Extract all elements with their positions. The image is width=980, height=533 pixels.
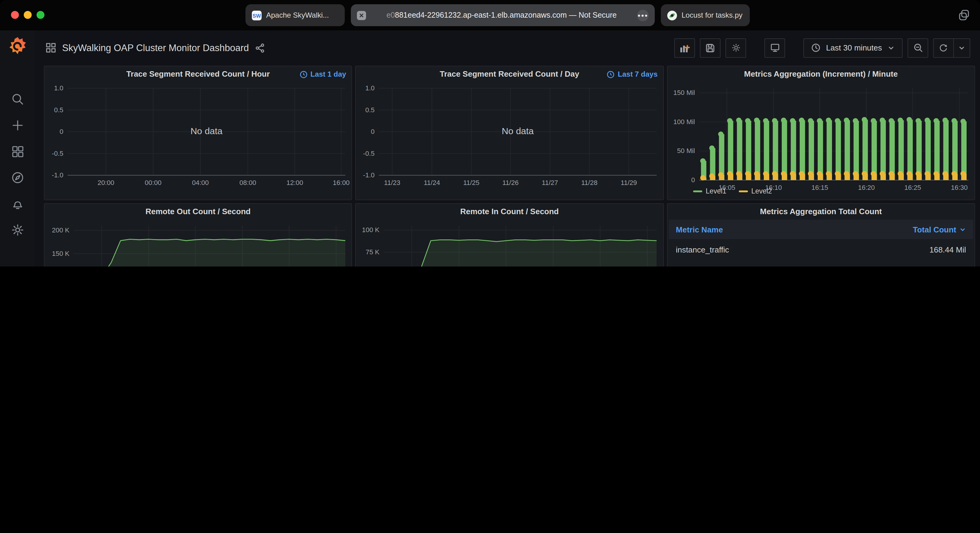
svg-text:SW: SW <box>253 13 261 19</box>
tab-bar: SW Apache SkyWalki... ✕ e0881eed4-229612… <box>245 4 750 26</box>
panel-title[interactable]: Metrics Aggregation Total Count <box>667 204 975 220</box>
refresh-button[interactable] <box>934 39 953 57</box>
svg-text:11/27: 11/27 <box>542 179 558 187</box>
svg-text:0.5: 0.5 <box>366 106 375 114</box>
legend-item[interactable]: Level1 <box>693 186 726 196</box>
svg-text:100 K: 100 K <box>362 226 380 234</box>
time-override-badge[interactable]: Last 1 day <box>299 66 346 82</box>
svg-text:-1.0: -1.0 <box>363 171 375 179</box>
dashboard-title[interactable]: SkyWalking OAP Cluster Monitor Dashboard <box>62 42 249 53</box>
svg-text:-0.5: -0.5 <box>52 150 64 157</box>
time-range-picker[interactable]: Last 30 minutes <box>803 38 903 57</box>
panel-trace-segment-hour: Trace Segment Received Count / Hour Last… <box>44 66 352 200</box>
create-plus-icon[interactable] <box>10 117 25 133</box>
column-header-total-count[interactable]: Total Count <box>913 225 966 234</box>
panel-title[interactable]: Remote In Count / Second <box>356 204 663 220</box>
svg-text:1.0: 1.0 <box>366 84 375 92</box>
svg-text:1.0: 1.0 <box>54 84 64 92</box>
save-dashboard-button[interactable] <box>700 38 721 57</box>
svg-text:-1.0: -1.0 <box>52 171 64 179</box>
svg-text:No data: No data <box>190 126 222 136</box>
close-tab-icon[interactable]: ✕ <box>357 11 366 20</box>
svg-text:11/29: 11/29 <box>621 179 637 187</box>
svg-text:11/23: 11/23 <box>384 179 401 187</box>
svg-text:150 K: 150 K <box>52 250 70 257</box>
panel-title[interactable]: Metrics Aggregation (Increment) / Minute <box>667 66 975 82</box>
metric-name-cell: instance_traffic <box>676 246 729 255</box>
svg-text:50 Mil: 50 Mil <box>677 147 695 155</box>
configuration-gear-icon[interactable] <box>10 222 25 238</box>
clock-icon <box>811 43 821 52</box>
tab-more-icon[interactable]: ●●● <box>637 10 649 21</box>
chart-trace-segment-hour[interactable]: 20:0000:0004:0008:0012:0016:001.00.50-0.… <box>45 82 352 200</box>
clock-icon <box>299 70 307 78</box>
legend-item[interactable]: Level2 <box>738 186 772 196</box>
time-range-label: Last 30 minutes <box>826 43 882 52</box>
panel-title[interactable]: Remote Out Count / Second <box>45 204 352 220</box>
browser-tab-active[interactable]: ✕ e0881eed4-22961232.ap-east-1.elb.amazo… <box>351 4 655 26</box>
svg-text:00:00: 00:00 <box>145 179 161 187</box>
svg-text:04:00: 04:00 <box>192 179 208 187</box>
dashboard-settings-gear-icon[interactable] <box>725 38 746 57</box>
refresh-interval-dropdown[interactable] <box>953 39 970 57</box>
svg-text:150 Mil: 150 Mil <box>673 89 695 97</box>
svg-text:0.5: 0.5 <box>54 106 64 114</box>
browser-tab-skywalking[interactable]: SW Apache SkyWalki... <box>245 4 345 26</box>
dashboards-icon[interactable] <box>10 144 25 159</box>
grafana-app: ? SkyWalking OAP Cluster Monitor Dashboa… <box>0 30 980 266</box>
zoom-out-button[interactable] <box>907 38 928 57</box>
search-icon[interactable] <box>10 91 25 107</box>
column-header-metric-name[interactable]: Metric Name <box>676 225 723 234</box>
table-row: instance_traffic168.44 Mil <box>668 239 973 261</box>
close-window-button[interactable] <box>11 11 19 19</box>
dashboard-toolbar: Last 30 minutes <box>674 38 970 57</box>
tab-label: Locust for tasks.py <box>682 11 743 19</box>
metrics-total-count-table: Metric NameTotal Count instance_traffic1… <box>667 220 975 266</box>
tab-overview-icon[interactable] <box>957 8 972 22</box>
svg-text:75 K: 75 K <box>366 248 380 256</box>
cycle-view-monitor-icon[interactable] <box>764 38 785 57</box>
panel-trace-segment-day: Trace Segment Received Count / Day Last … <box>355 66 664 200</box>
apps-grid-icon[interactable] <box>46 43 56 53</box>
explore-compass-icon[interactable] <box>10 170 25 186</box>
alerting-bell-icon[interactable] <box>10 196 25 212</box>
chart-trace-segment-day[interactable]: 11/2311/2411/2511/2611/2711/2811/291.00.… <box>356 82 663 200</box>
total-count-cell: 168.44 Mil <box>929 246 966 255</box>
tab-url: e0881eed4-22961232.ap-east-1.elb.amazona… <box>370 11 633 19</box>
svg-text:11/28: 11/28 <box>581 179 598 187</box>
grafana-logo[interactable] <box>6 35 28 57</box>
sort-chevron-down-icon <box>959 226 966 233</box>
dashboard-header: SkyWalking OAP Cluster Monitor Dashboard… <box>35 30 980 65</box>
legend-color-dash <box>693 190 702 192</box>
panel-grid: Trace Segment Received Count / Hour Last… <box>35 65 980 266</box>
browser-chrome: SW Apache SkyWalki... ✕ e0881eed4-229612… <box>0 0 980 30</box>
skywalking-favicon: SW <box>251 10 262 21</box>
fullscreen-window-button[interactable] <box>37 11 45 19</box>
svg-text:No data: No data <box>502 126 534 136</box>
panel-metrics-aggregation: Metrics Aggregation (Increment) / Minute… <box>667 66 975 200</box>
svg-text:12:00: 12:00 <box>286 179 303 187</box>
table-header: Metric NameTotal Count <box>668 220 973 239</box>
dashboard-main: SkyWalking OAP Cluster Monitor Dashboard… <box>35 30 980 266</box>
minimize-window-button[interactable] <box>24 11 32 19</box>
svg-text:0: 0 <box>371 128 375 135</box>
svg-text:11/24: 11/24 <box>424 179 440 187</box>
chart-remote-out[interactable]: 16:0516:1016:1516:2016:2516:30050 K100 K… <box>45 220 352 266</box>
time-override-badge[interactable]: Last 7 days <box>607 66 658 82</box>
chart-legend: Level1Level2 <box>667 185 975 200</box>
locust-favicon <box>667 10 677 21</box>
svg-text:-0.5: -0.5 <box>363 150 375 157</box>
share-icon[interactable] <box>255 43 265 52</box>
svg-text:200 K: 200 K <box>52 226 70 234</box>
add-panel-button[interactable] <box>674 38 695 57</box>
chart-remote-in[interactable]: 16:0516:1016:1516:2016:2516:30025 K50 K7… <box>356 220 663 266</box>
svg-text:11/26: 11/26 <box>503 179 519 187</box>
panel-remote-in: Remote In Count / Second 16:0516:1016:15… <box>355 203 664 266</box>
svg-text:16:00: 16:00 <box>333 179 350 187</box>
svg-text:08:00: 08:00 <box>239 179 256 187</box>
svg-text:0: 0 <box>691 176 695 184</box>
macos-browser-window: SW Apache SkyWalki... ✕ e0881eed4-229612… <box>0 0 980 266</box>
browser-tab-locust[interactable]: Locust for tasks.py <box>661 4 750 26</box>
svg-text:11/25: 11/25 <box>463 179 480 187</box>
chart-metrics-aggregation[interactable]: 16:0516:1016:1516:2016:2516:30050 Mil100… <box>667 82 975 185</box>
